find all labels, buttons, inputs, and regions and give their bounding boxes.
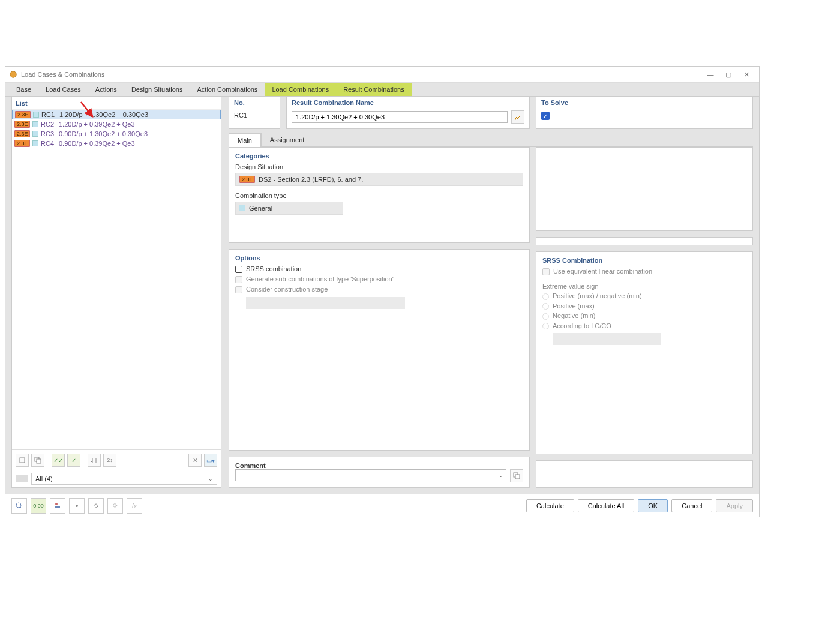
stage-label: Consider construction stage [246,286,328,293]
new-button[interactable] [16,454,29,467]
deselect-all-button[interactable]: ✓ [67,454,80,467]
svg-rect-10 [55,506,60,508]
ds-field[interactable]: 2.3E DS2 - Section 2.3 (LRFD), 6. and 7. [235,173,523,186]
rc-desc: 1.20D/p + 0.39Qe2 + Qe3 [59,121,135,128]
list-item[interactable]: 2.3E RC2 1.20D/p + 0.39Qe2 + Qe3 [12,119,221,129]
subtab-assignment[interactable]: Assignment [261,133,313,146]
tab-base[interactable]: Base [9,83,38,96]
tab-load-cases[interactable]: Load Cases [38,83,88,96]
calculate-all-button[interactable]: Calculate All [578,499,635,512]
rc-desc: 0.90D/p + 1.30Qe2 + 0.30Qe3 [59,130,148,137]
tab-action-combinations[interactable]: Action Combinations [190,83,265,96]
ulc-label: Use equivalent linear combination [553,268,652,275]
new-icon [19,457,26,464]
r3-radio [542,313,549,320]
rc-list: 2.3E RC1 1.20D/p + 1.30Qe2 + 0.30Qe3 2.3… [12,110,221,449]
rc-desc: 0.90D/p + 0.39Qe2 + Qe3 [59,140,135,147]
comment-panel: Comment ⌄ [229,457,530,488]
app-icon [9,70,17,79]
svg-point-9 [55,503,58,505]
list-item[interactable]: 2.3E RC1 1.20D/p + 1.30Qe2 + 0.30Qe3 [12,110,221,119]
cancel-button[interactable]: Cancel [671,499,712,512]
tab-actions[interactable]: Actions [88,83,124,96]
sort-button[interactable] [88,454,101,467]
renumber-button[interactable]: 2↕ [103,454,116,467]
filter-swatch [16,475,28,482]
list-item[interactable]: 2.3E RC4 0.90D/p + 0.39Qe2 + Qe3 [12,139,221,148]
svg-point-7 [16,503,21,508]
close-button[interactable]: ✕ [737,68,755,80]
evs-label: Extreme value sign [542,283,599,290]
copy-icon [34,457,41,464]
footer-icon-5[interactable] [88,498,104,514]
minimize-button[interactable]: — [701,68,719,80]
person-icon [53,502,62,510]
r2-label: Positive (max) [553,302,595,310]
svg-line-8 [20,507,22,509]
categories-panel: Categories Design Situation 2.3E DS2 - S… [229,147,530,243]
srss-checkbox[interactable] [235,266,242,273]
r4-label: According to LC/CO [553,322,611,329]
srss-panel: SRSS Combination Use equivalent linear c… [536,251,753,454]
name-box: Result Combination Name [286,97,530,129]
preview-panel [536,147,753,231]
filter-value: All (4) [35,475,53,482]
maximize-button[interactable]: ▢ [719,68,737,80]
view-mode-button[interactable]: ▭▾ [204,454,217,467]
ct-value: General [249,205,272,212]
stage-dropdown [246,297,405,309]
options-panel: Options SRSS combination Generate sub-co… [229,249,530,451]
r1-label: Positive (max) / negative (min) [553,292,642,299]
color-swatch [32,140,38,146]
footer-icon-1[interactable] [11,498,27,514]
filter-dropdown[interactable]: All (4) ⌄ [31,473,217,485]
solve-box: To Solve ✓ [536,97,753,129]
name-input[interactable] [292,111,508,123]
list-footer: ✓✓ ✓ 2↕ ✕ ▭▾ All (4) ⌄ [12,449,221,487]
rc-id: RC2 [41,121,56,128]
tab-result-combinations[interactable]: Result Combinations [336,83,412,96]
pencil-icon [514,113,521,121]
calculate-button[interactable]: Calculate [526,499,574,512]
copy-button[interactable] [31,454,44,467]
ds-label: Design Situation [235,163,523,170]
select-all-button[interactable]: ✓✓ [52,454,65,467]
sort-icon [91,457,98,464]
comment-combo[interactable]: ⌄ [235,469,506,481]
pill-badge: 2.3E [14,121,30,128]
r1-radio [542,293,549,300]
chevron-down-icon: ⌄ [208,476,213,482]
comment-title: Comment [235,462,523,469]
ulc-checkbox [542,268,550,275]
solve-checkbox[interactable]: ✓ [541,112,550,120]
ct-field[interactable]: General [235,202,343,215]
delete-button[interactable]: ✕ [188,454,202,467]
color-swatch [32,131,38,137]
comment-copy-button[interactable] [510,469,523,482]
footer-icon-4[interactable]: • [69,498,85,514]
titlebar: Load Cases & Combinations — ▢ ✕ [5,67,759,82]
tab-load-combinations[interactable]: Load Combinations [265,83,336,96]
footer-icon-6[interactable]: ⟳ [107,498,123,514]
color-swatch [239,205,245,211]
footer-icon-2[interactable]: 0.00 [31,498,46,514]
rc-desc: 1.20D/p + 1.30Qe2 + 0.30Qe3 [59,111,148,118]
chevron-down-icon: ⌄ [499,472,503,478]
subtab-main[interactable]: Main [229,133,261,147]
list-header: List [12,97,221,110]
pill-badge: 2.3E [14,130,30,137]
footer-icon-7[interactable]: fx [127,498,142,514]
ct-label: Combination type [235,192,523,199]
svg-rect-6 [515,475,520,479]
tab-design-situations[interactable]: Design Situations [124,83,190,96]
stage-checkbox [235,286,242,293]
list-item[interactable]: 2.3E RC3 0.90D/p + 1.30Qe2 + 0.30Qe3 [12,129,221,139]
edit-name-button[interactable] [511,110,524,124]
color-swatch [32,121,38,127]
pill-badge: 2.3E [239,176,255,183]
r2-radio [542,303,549,310]
footer-icon-3[interactable] [50,498,65,514]
link-icon [92,502,100,510]
detail-pane: No. RC1 Result Combination Name To Solve… [229,97,753,488]
ok-button[interactable]: OK [638,499,668,512]
